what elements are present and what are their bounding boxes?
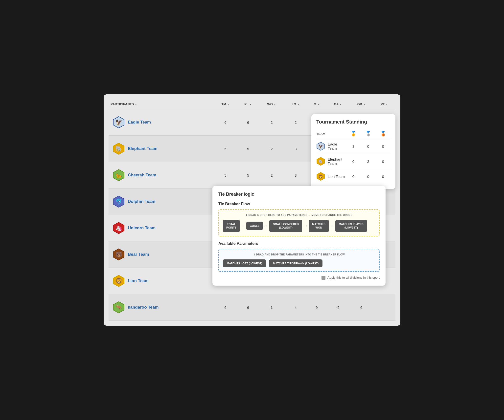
- team-pl: 6: [237, 109, 259, 136]
- team-name[interactable]: Dolphin Team: [128, 199, 155, 204]
- svg-text:🦁: 🦁: [319, 174, 323, 179]
- apply-row: Apply this to all divisions in this spor…: [218, 276, 380, 280]
- ts-avatar: 🦅: [316, 142, 325, 151]
- ts-bronze: 0: [376, 144, 390, 148]
- team-avatar: 🐆: [113, 169, 125, 181]
- bronze-medal-header: 🥉: [376, 131, 390, 137]
- svg-text:🦅: 🦅: [319, 144, 323, 149]
- team-cell: 🦘 kangaroo Team: [109, 294, 214, 321]
- flow-node[interactable]: MATCHES PLAYED (LOWEST): [335, 220, 367, 232]
- team-cell: 🦄 Unicorn Team: [109, 215, 214, 241]
- ts-row: 🦅 Eagle Team 3 0 0: [316, 139, 390, 154]
- ts-name: Lion Team: [328, 174, 345, 179]
- team-lo: 2: [284, 109, 307, 136]
- apply-checkbox[interactable]: [321, 276, 325, 280]
- team-lo: 4: [284, 294, 307, 321]
- svg-text:🐻: 🐻: [115, 251, 122, 258]
- col-header-pt[interactable]: PT ▲: [373, 99, 395, 109]
- team-name[interactable]: Bear Team: [128, 252, 149, 257]
- ts-team-name: 🐘 Elephant Team: [316, 157, 346, 166]
- team-pl: 5: [237, 162, 259, 189]
- ts-header: TEAM 🥇 🥈 🥉: [316, 129, 390, 139]
- svg-text:🦘: 🦘: [115, 304, 122, 311]
- col-header-lo[interactable]: LO ▲: [284, 99, 307, 109]
- col-header-g[interactable]: G ▲: [307, 99, 326, 109]
- svg-text:🐘: 🐘: [115, 146, 122, 152]
- col-header-tm[interactable]: TM ▲: [214, 99, 237, 109]
- team-wo: 2: [259, 162, 284, 189]
- ts-team-name: 🦁 Lion Team: [316, 172, 346, 181]
- col-header-participants[interactable]: PARTICIPANTS ▲: [109, 99, 214, 109]
- flow-node[interactable]: GOALS CONCEDED (LOWEST): [269, 220, 302, 232]
- ts-silver: 0: [361, 144, 376, 148]
- team-cell: 🐻 Bear Team: [109, 241, 214, 268]
- team-wo: 2: [259, 109, 284, 136]
- team-name[interactable]: Elephant Team: [128, 146, 158, 151]
- team-tm: 5: [214, 136, 237, 162]
- table-row: 🦘 kangaroo Team 6 6 1 4 9 -5 6: [109, 294, 395, 321]
- svg-text:🦄: 🦄: [115, 225, 122, 231]
- ts-team-label: TEAM: [316, 132, 346, 136]
- ts-silver: 0: [361, 174, 376, 179]
- team-cell: 🦁 Lion Team: [109, 268, 214, 294]
- tiebreaker-title: Tie Breaker logic: [218, 192, 380, 197]
- team-name[interactable]: Eagle Team: [128, 120, 151, 125]
- ts-silver: 2: [361, 159, 376, 164]
- flow-title: Tie Breaker Flow: [218, 202, 380, 206]
- gold-medal-header: 🥇: [346, 131, 361, 137]
- ts-rows: 🦅 Eagle Team 3 0 0 🐘 Elephant Team 0 2 0…: [316, 139, 390, 184]
- team-g: 9: [307, 294, 326, 321]
- svg-text:🦁: 🦁: [115, 278, 122, 284]
- params-section: ⇕ DRAG AND DROP THE PARAMETERS INTO THE …: [218, 249, 380, 272]
- svg-text:🐘: 🐘: [319, 159, 323, 164]
- ts-gold: 0: [346, 174, 361, 179]
- team-wo: 2: [259, 136, 284, 162]
- flow-arrow: →: [264, 223, 268, 229]
- param-node[interactable]: MATCHES LOST (LOWEST): [223, 259, 266, 267]
- col-header-pl[interactable]: PL ▲: [237, 99, 259, 109]
- flow-node[interactable]: TOTAL POINTS: [223, 220, 240, 232]
- flow-node[interactable]: MATCHES WON: [309, 220, 329, 232]
- team-tm: 6: [214, 109, 237, 136]
- ts-bronze: 0: [376, 159, 390, 164]
- param-nodes: MATCHES LOST (LOWEST)MATCHES TIED/DRAWN …: [223, 259, 375, 267]
- svg-text:🐆: 🐆: [115, 172, 122, 179]
- ts-bronze: 0: [376, 174, 390, 179]
- col-header-ga[interactable]: GA ▲: [326, 99, 350, 109]
- tournament-title: Tournament Standing: [316, 119, 390, 125]
- team-tm: 6: [214, 294, 237, 321]
- team-avatar: 🦁: [113, 275, 125, 287]
- team-name[interactable]: Cheetah Team: [128, 173, 156, 178]
- ts-row: 🐘 Elephant Team 0 2 0: [316, 154, 390, 169]
- ts-name: Eagle Team: [328, 142, 346, 150]
- ts-gold: 3: [346, 144, 361, 148]
- param-node[interactable]: MATCHES TIED/DRAWN (LOWEST): [269, 259, 322, 267]
- team-pl: 5: [237, 136, 259, 162]
- col-header-wo[interactable]: WO ▲: [259, 99, 284, 109]
- team-cell: 🐬 Dolphin Team: [109, 189, 214, 215]
- team-avatar: 🐬: [113, 195, 125, 208]
- team-avatar: 🦅: [113, 116, 125, 128]
- silver-medal-header: 🥈: [361, 131, 376, 137]
- ts-avatar: 🐘: [316, 157, 325, 166]
- flow-nodes: TOTAL POINTS→GOALS→GOALS CONCEDED (LOWES…: [223, 220, 375, 232]
- team-avatar: 🐻: [113, 248, 125, 261]
- sort-arrow-participants: ▲: [135, 103, 137, 106]
- svg-text:🐬: 🐬: [115, 198, 122, 205]
- team-gd: 6: [350, 294, 373, 321]
- team-cell: 🐘 Elephant Team: [109, 136, 214, 162]
- team-name[interactable]: Unicorn Team: [128, 226, 156, 231]
- main-container: PARTICIPANTS ▲ TM ▲ PL ▲ WO ▲: [104, 94, 400, 326]
- params-title: Available Parameters: [218, 241, 380, 246]
- team-name[interactable]: Lion Team: [128, 278, 149, 283]
- team-pt: [373, 294, 395, 321]
- ts-name: Elephant Team: [328, 157, 346, 166]
- team-avatar: 🦘: [113, 301, 125, 314]
- svg-text:🦅: 🦅: [115, 119, 122, 126]
- team-name[interactable]: kangaroo Team: [128, 305, 159, 310]
- ts-avatar: 🦁: [316, 172, 325, 181]
- params-hint: ⇕ DRAG AND DROP THE PARAMETERS INTO THE …: [223, 253, 375, 256]
- apply-label: Apply this to all divisions in this spor…: [327, 276, 380, 279]
- flow-node[interactable]: GOALS: [246, 222, 263, 230]
- col-header-gd[interactable]: GD ▲: [350, 99, 373, 109]
